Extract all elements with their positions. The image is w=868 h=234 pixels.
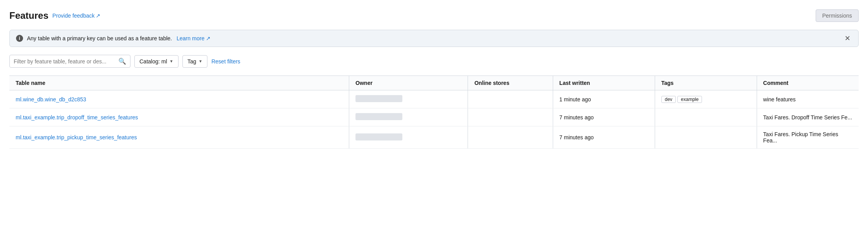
cell-owner [349,90,468,108]
col-header-tags: Tags [655,76,757,90]
cell-table-name: ml.taxi_example.trip_dropoff_time_series… [9,108,349,126]
cell-comment: wine features [757,90,859,108]
table-row: ml.wine_db.wine_db_d2c8531 minute agodev… [9,90,859,108]
tag-badge: dev [661,96,676,103]
cell-owner [349,108,468,126]
learn-more-link[interactable]: Learn more ↗ [175,35,211,41]
cell-last-written: 7 minutes ago [553,108,655,126]
chevron-down-icon: ▼ [170,59,173,63]
features-table: Table name Owner Online stores Last writ… [9,76,859,149]
cell-online-stores [468,90,553,108]
col-header-online-stores: Online stores [468,76,553,90]
search-icon: 🔍 [118,58,126,65]
cell-comment: Taxi Fares. Dropoff Time Series Fe... [757,108,859,126]
header-left: Features Provide feedback ↗ [9,10,100,21]
col-header-last-written: Last written [553,76,655,90]
banner-text: Any table with a primary key can be used… [27,35,211,41]
page-header: Features Provide feedback ↗ Permissions [9,9,859,22]
cell-comment: Taxi Fares. Pickup Time Series Fea... [757,126,859,149]
cell-owner [349,126,468,149]
page-title: Features [9,10,48,21]
filter-bar: 🔍 Catalog: ml ▼ Tag ▼ Reset filters [9,55,859,68]
table-name-link[interactable]: ml.taxi_example.trip_pickup_time_series_… [16,134,137,140]
col-header-comment: Comment [757,76,859,90]
banner-close-button[interactable]: ✕ [843,35,852,42]
owner-placeholder [355,113,402,120]
cell-online-stores [468,126,553,149]
reset-filters-link[interactable]: Reset filters [211,58,240,65]
tag-badge: example [677,96,702,103]
table-row: ml.taxi_example.trip_pickup_time_series_… [9,126,859,149]
catalog-dropdown[interactable]: Catalog: ml ▼ [134,55,179,68]
table-name-link[interactable]: ml.taxi_example.trip_dropoff_time_series… [16,114,138,121]
cell-last-written: 1 minute ago [553,90,655,108]
external-link-icon: ↗ [96,13,100,19]
cell-last-written: 7 minutes ago [553,126,655,149]
cell-tags [655,126,757,149]
cell-tags: devexample [655,90,757,108]
col-header-owner: Owner [349,76,468,90]
owner-placeholder [355,133,402,140]
table-name-link[interactable]: ml.wine_db.wine_db_d2c853 [16,96,86,103]
table-header-row: Table name Owner Online stores Last writ… [9,76,859,90]
feedback-link[interactable]: Provide feedback ↗ [52,13,100,19]
col-header-table-name: Table name [9,76,349,90]
info-icon: i [16,35,23,42]
cell-tags [655,108,757,126]
cell-online-stores [468,108,553,126]
info-banner: i Any table with a primary key can be us… [9,30,859,47]
tag-dropdown[interactable]: Tag ▼ [182,55,207,68]
table-row: ml.taxi_example.trip_dropoff_time_series… [9,108,859,126]
banner-left: i Any table with a primary key can be us… [16,35,211,42]
external-link-icon: ↗ [206,35,211,41]
cell-table-name: ml.taxi_example.trip_pickup_time_series_… [9,126,349,149]
owner-placeholder [355,95,402,102]
search-input[interactable] [14,58,116,65]
chevron-down-icon: ▼ [198,59,202,63]
permissions-button[interactable]: Permissions [816,9,859,22]
search-container: 🔍 [9,55,130,68]
cell-table-name: ml.wine_db.wine_db_d2c853 [9,90,349,108]
